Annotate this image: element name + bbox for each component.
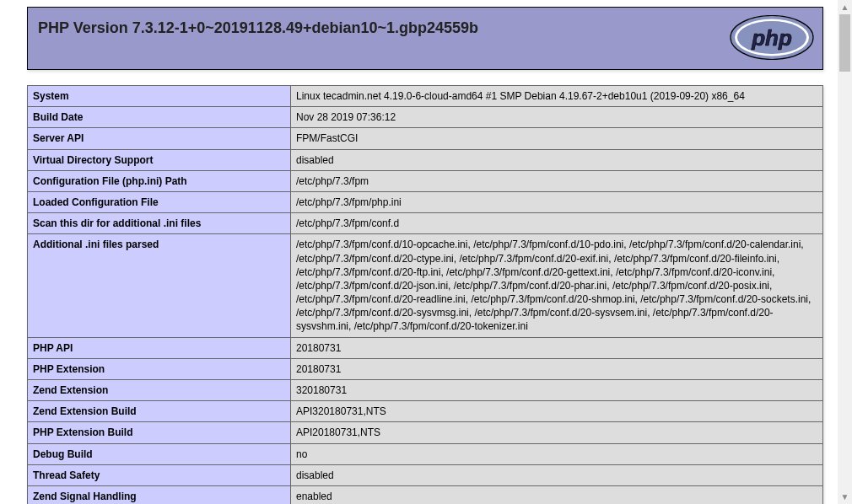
row-label: Thread Safety xyxy=(28,464,291,485)
row-value: 20180731 xyxy=(291,337,823,358)
row-value: FPM/FastCGI xyxy=(291,128,823,149)
table-row: System Linux tecadmin.net 4.19.0-6-cloud… xyxy=(28,86,823,107)
row-value: /etc/php/7.3/fpm xyxy=(291,170,823,191)
row-label: System xyxy=(28,86,291,107)
table-row: PHP Extension 20180731 xyxy=(28,358,823,379)
row-value: /etc/php/7.3/fpm/conf.d xyxy=(291,213,823,234)
row-value: enabled xyxy=(291,485,823,504)
row-label: Build Date xyxy=(28,107,291,128)
table-row: Build Date Nov 28 2019 07:36:12 xyxy=(28,107,823,128)
table-row: Zend Extension Build API320180731,NTS xyxy=(28,401,823,422)
page-title: PHP Version 7.3.12-1+0~20191128.49+debia… xyxy=(38,19,478,37)
table-row: Additional .ini files parsed /etc/php/7.… xyxy=(28,234,823,337)
row-value: disabled xyxy=(291,149,823,170)
row-value: /etc/php/7.3/fpm/conf.d/10-opcache.ini, … xyxy=(291,234,823,337)
table-row: Loaded Configuration File /etc/php/7.3/f… xyxy=(28,191,823,212)
table-row: Debug Build no xyxy=(28,443,823,464)
row-value: /etc/php/7.3/fpm/php.ini xyxy=(291,191,823,212)
row-label: PHP API xyxy=(28,337,291,358)
table-row: Zend Extension 320180731 xyxy=(28,380,823,401)
row-value: 320180731 xyxy=(291,380,823,401)
row-label: Debug Build xyxy=(28,443,291,464)
row-value: API320180731,NTS xyxy=(291,401,823,422)
scroll-down-arrow-icon[interactable]: ▼ xyxy=(838,490,852,504)
row-value: disabled xyxy=(291,464,823,485)
table-row: Server API FPM/FastCGI xyxy=(28,128,823,149)
table-row: Scan this dir for additional .ini files … xyxy=(28,213,823,234)
row-label: Zend Extension xyxy=(28,380,291,401)
table-row: PHP API 20180731 xyxy=(28,337,823,358)
php-logo-icon: php xyxy=(730,15,814,62)
row-label: Scan this dir for additional .ini files xyxy=(28,213,291,234)
row-value: no xyxy=(291,443,823,464)
row-value: 20180731 xyxy=(291,358,823,379)
row-value: API20180731,NTS xyxy=(291,422,823,443)
phpinfo-header: PHP Version 7.3.12-1+0~20191128.49+debia… xyxy=(27,7,823,70)
phpinfo-table: System Linux tecadmin.net 4.19.0-6-cloud… xyxy=(27,85,823,504)
browser-scrollbar-track[interactable]: ▲ ▼ xyxy=(838,0,852,504)
row-label: Configuration File (php.ini) Path xyxy=(28,170,291,191)
row-label: PHP Extension xyxy=(28,358,291,379)
table-row: Configuration File (php.ini) Path /etc/p… xyxy=(28,170,823,191)
row-label: Additional .ini files parsed xyxy=(28,234,291,337)
row-value: Nov 28 2019 07:36:12 xyxy=(291,107,823,128)
row-label: Loaded Configuration File xyxy=(28,191,291,212)
row-label: Zend Signal Handling xyxy=(28,485,291,504)
row-label: Server API xyxy=(28,128,291,149)
table-row: PHP Extension Build API20180731,NTS xyxy=(28,422,823,443)
row-value: Linux tecadmin.net 4.19.0-6-cloud-amd64 … xyxy=(291,86,823,107)
table-row: Thread Safety disabled xyxy=(28,464,823,485)
table-row: Zend Signal Handling enabled xyxy=(28,485,823,504)
row-label: Zend Extension Build xyxy=(28,401,291,422)
scrollbar-thumb[interactable] xyxy=(839,14,850,72)
row-label: PHP Extension Build xyxy=(28,422,291,443)
row-label: Virtual Directory Support xyxy=(28,149,291,170)
svg-text:php: php xyxy=(751,25,792,51)
page-scroll-area[interactable]: PHP Version 7.3.12-1+0~20191128.49+debia… xyxy=(0,0,837,504)
table-row: Virtual Directory Support disabled xyxy=(28,149,823,170)
scroll-up-arrow-icon[interactable]: ▲ xyxy=(838,0,852,14)
